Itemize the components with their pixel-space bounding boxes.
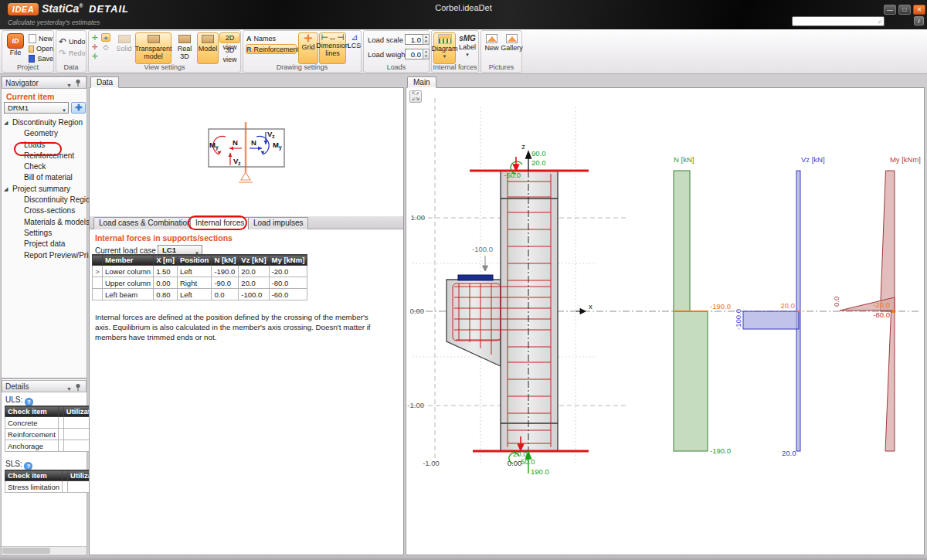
main-canvas[interactable]: x 1.00 0.00 -1.00 -1.00 0.00 — [406, 88, 924, 555]
navigator-header[interactable]: Navigator ▼ — [2, 76, 87, 89]
group-label-data: Data — [56, 63, 86, 71]
search-icon[interactable]: ⌕ — [878, 17, 882, 26]
my-axis-value: -80.0 — [873, 311, 890, 319]
expander-icon[interactable]: ◢ — [4, 117, 8, 128]
add-item-button[interactable]: ✚ — [71, 102, 86, 114]
new-button[interactable]: New — [28, 33, 54, 43]
expander-icon[interactable]: ◢ — [4, 184, 8, 195]
tree-item-materials-models[interactable]: Materials & models — [2, 217, 88, 228]
tree-item-project-data[interactable]: Project data — [2, 239, 88, 249]
search-input[interactable] — [794, 17, 874, 25]
load-weight-input[interactable] — [405, 49, 423, 59]
details-header[interactable]: Details ▼ — [2, 380, 87, 392]
lcs-button[interactable]: ⊿ LCS — [347, 32, 362, 64]
view-3d-button[interactable]: 3D view — [219, 45, 240, 56]
diagram-button[interactable]: Diagram ▼ — [433, 32, 456, 64]
navigator-collapse-icon[interactable]: ▼ — [66, 80, 72, 91]
tab-internal-forces[interactable]: Internal forces — [190, 217, 250, 229]
tab-main[interactable]: Main — [407, 76, 436, 88]
minimize-button[interactable]: — — [884, 5, 896, 15]
ribbon-group-project: ID File New Open Save Project — [2, 30, 54, 73]
save-label: Save — [37, 54, 53, 63]
view-2d-button[interactable]: 2D view — [219, 32, 240, 43]
transparent-model-button[interactable]: Transparent model — [135, 32, 171, 64]
svg-text:20.0: 20.0 — [531, 158, 546, 167]
tagline: Calculate yesterday's estimates — [8, 19, 100, 26]
save-button[interactable]: Save — [28, 53, 54, 63]
scrollbar-thumb[interactable] — [2, 548, 50, 554]
tree-item-bill-of-material[interactable]: Bill of material — [2, 172, 88, 183]
tree-item-cross-sections[interactable]: Cross-sections — [2, 205, 88, 216]
picture-new-button[interactable]: New — [482, 32, 501, 64]
model-view-button[interactable]: Model — [197, 32, 219, 64]
n-diagram[interactable]: N [kN] -190.0 -190.0 — [674, 155, 731, 455]
cube-view-icon[interactable]: ◇ — [101, 42, 110, 51]
beam-load: -100.0 — [472, 245, 493, 271]
table-row-left-beam[interactable]: Left beam 0.80 Left 0.0 -100.0 -60.0 — [93, 289, 307, 300]
tab-data[interactable]: Data — [90, 76, 119, 88]
col-member: Member — [103, 255, 154, 266]
details-collapse-icon[interactable]: ▼ — [66, 383, 72, 395]
table-row-lower-column[interactable]: > Lower column 1.50 Left -190.0 20.0 -20… — [93, 266, 307, 277]
tree-item-check[interactable]: Check — [2, 161, 88, 172]
new-label: New — [39, 34, 53, 43]
tree-item-settings[interactable]: Settings — [2, 228, 88, 239]
axis-toggle-icon[interactable]: ✛ — [90, 33, 100, 42]
col-row-marker — [93, 255, 103, 266]
maximize-button[interactable]: □ — [898, 5, 911, 15]
current-item-select[interactable]: DRM1 ▼ — [4, 102, 69, 114]
diagram-bars-icon — [438, 34, 452, 44]
names-toggle-button[interactable]: ANames — [246, 33, 294, 43]
load-weight-spinner[interactable]: ▲▼ — [423, 49, 430, 59]
tree-item-discontinuity-region[interactable]: ◢Discontinuity Region — [2, 117, 88, 128]
real-3d-button[interactable]: Real 3D — [173, 32, 196, 64]
details-horizontal-scrollbar[interactable] — [2, 546, 87, 554]
load-scale-spinner[interactable]: ▲▼ — [423, 34, 430, 45]
load-case-value: LC1 — [162, 246, 176, 254]
redo-button[interactable]: ↷Redo — [58, 48, 86, 58]
view-orientation-icon[interactable]: ⌖ — [101, 33, 110, 42]
file-icon: ID — [7, 33, 24, 49]
info-button[interactable]: i — [914, 16, 924, 25]
current-item-dropdown-arrow[interactable]: ▼ — [62, 106, 66, 116]
reinforcement-toggle-button[interactable]: RReinforcement — [246, 44, 297, 54]
current-item-value: DRM1 — [8, 104, 29, 112]
tree-item-loads[interactable]: Loads — [2, 140, 88, 151]
gallery-button[interactable]: Gallery — [501, 32, 522, 64]
open-button[interactable]: Open — [28, 43, 54, 53]
ribbon-group-loads: Load scale ▲▼ Load weight ▲▼ Loads — [363, 30, 430, 73]
label-dropdown-arrow[interactable]: ▼ — [465, 51, 470, 59]
diagram-dropdown-arrow[interactable]: ▼ — [443, 53, 447, 60]
details-pin-icon[interactable] — [75, 383, 81, 392]
axis-toggle-icon[interactable]: ✛ — [90, 42, 100, 51]
group-label-drawing: Drawing settings — [243, 63, 361, 71]
svg-text:190.0: 190.0 — [531, 467, 549, 476]
load-scale-input[interactable] — [405, 34, 423, 45]
tab-load-impulses[interactable]: Load impulses — [248, 217, 308, 229]
tab-load-cases-combinations[interactable]: Load cases & Combinations — [93, 217, 201, 229]
tree-item-project-summary[interactable]: ◢Project summary — [2, 184, 88, 195]
axis-toggle-icon[interactable]: ✛ — [90, 52, 100, 60]
solid-view-button[interactable]: Solid — [114, 32, 134, 64]
tree-item-discontinuity-regions[interactable]: Discontinuity Regions — [2, 195, 88, 205]
transparent-cube-icon — [148, 35, 160, 43]
file-button[interactable]: ID File — [5, 32, 26, 63]
vz-diagram[interactable]: Vz [kN] -100.0 20.0 20.0 — [734, 155, 825, 457]
corbel-body — [447, 280, 501, 366]
close-button[interactable]: ✕ — [913, 5, 925, 15]
pan-control-icon[interactable]: ⇱⇗⇙⇲ — [409, 90, 422, 103]
tree-item-report-preview-print[interactable]: Report Preview/Print — [2, 250, 88, 261]
navigator-panel: Navigator ▼ Current item DRM1 ▼ ✚ ◢Disco… — [1, 76, 87, 378]
table-row-upper-column[interactable]: Upper column 0.00 Right -90.0 20.0 -80.0 — [93, 277, 307, 289]
redo-label: Redo — [69, 49, 86, 58]
my-upper-column-wedge — [881, 171, 895, 311]
tree-item-geometry[interactable]: Geometry — [2, 128, 88, 139]
undo-button[interactable]: ↶Undo — [58, 36, 86, 46]
my-diagram[interactable]: My [kNm] 0.0 -20.0 -80.0 — [832, 155, 921, 451]
tree-item-reinforcement[interactable]: Reinforcement — [2, 151, 88, 161]
dimension-lines-button[interactable]: ⊢↔⊣ Dimension lines — [319, 32, 346, 64]
navigator-pin-icon[interactable] — [75, 79, 81, 87]
label-button[interactable]: sMG Label ▼ — [457, 32, 477, 64]
tree-label: Project summary — [12, 185, 70, 193]
grid-toggle-button[interactable]: ✛ Grid — [298, 32, 318, 64]
